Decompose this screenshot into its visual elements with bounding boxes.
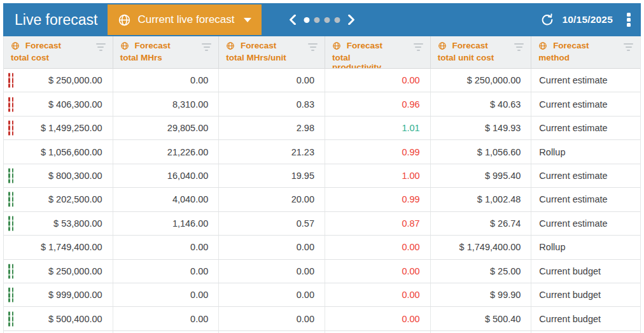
cell-value: 1.00 — [402, 171, 419, 181]
row-status-indicator-green — [8, 264, 13, 278]
cell-value: 0.00 — [190, 242, 208, 252]
cell-total_mhrs: 4,040.00 — [113, 188, 220, 211]
table-row[interactable]: $ 202,500.004,040.0020.000.99$ 1,002.48C… — [4, 188, 640, 211]
cell-value: Current estimate — [539, 123, 607, 133]
column-header[interactable]: Forecast total MHrs — [113, 36, 220, 68]
cell-total_mhrs_unit: 0.00 — [219, 260, 325, 283]
cell-total_unit_cost: $ 995.40 — [431, 164, 532, 187]
table-row[interactable]: $ 250,000.000.000.000.00$ 250,000.00Curr… — [4, 69, 640, 92]
forecast-selector-dropdown[interactable]: Current live forecast — [108, 4, 261, 35]
cell-value: $ 250,000.00 — [48, 266, 102, 276]
pager-dot[interactable] — [325, 17, 330, 23]
cell-total_cost: $ 202,500.00 — [4, 188, 113, 211]
column-header[interactable]: Forecast method — [531, 36, 640, 68]
cell-total_productivity: 1.00 — [325, 164, 431, 187]
filter-icon[interactable] — [307, 42, 319, 52]
cell-value: 0.00 — [297, 75, 314, 85]
cell-value: 0.00 — [297, 266, 314, 276]
table-header-row: Forecast total cost Forecast total MHrs … — [4, 36, 640, 69]
column-header-label: Forecast method — [538, 41, 603, 62]
pager-next-button[interactable] — [346, 13, 357, 26]
cell-value: 29,805.00 — [167, 123, 209, 133]
column-header-label: Forecast total MHrs/unit — [226, 41, 291, 62]
filter-icon[interactable] — [622, 42, 634, 52]
cell-value: $ 500.40 — [485, 314, 521, 324]
cell-total_unit_cost: $ 1,002.48 — [431, 188, 532, 211]
cell-value: $ 202,500.00 — [48, 194, 102, 204]
cell-total_unit_cost: $ 250,000.00 — [431, 69, 532, 92]
refresh-icon[interactable] — [540, 13, 554, 27]
table-row[interactable]: $ 406,300.008,310.000.830.96$ 40.63Curre… — [4, 92, 640, 116]
cell-value: $ 1,056,600.00 — [41, 147, 102, 157]
cell-total_unit_cost: $ 1,056.60 — [431, 140, 532, 163]
pager-prev-button[interactable] — [288, 13, 298, 26]
cell-method: Current estimate — [531, 69, 640, 92]
cell-total_mhrs: 0.00 — [113, 69, 220, 92]
forecast-date: 10/15/2025 — [562, 14, 613, 25]
pager-dot[interactable] — [314, 17, 320, 23]
table-row[interactable]: $ 53,800.001,146.000.570.87$ 26.74Curren… — [4, 212, 640, 236]
cell-value: $ 53,800.00 — [53, 218, 102, 229]
cell-total_productivity: 0.87 — [325, 212, 431, 235]
filter-icon[interactable] — [95, 42, 107, 52]
table-row[interactable]: $ 1,749,400.000.000.000.00$ 1,749,400.00… — [4, 236, 640, 259]
cell-value: $ 25.00 — [490, 266, 521, 276]
row-status-indicator-red — [8, 73, 13, 88]
live-forecast-widget: Live forecast Current live forecast — [3, 3, 641, 333]
pager-dot[interactable] — [335, 17, 340, 23]
table-row[interactable]: $ 250,000.000.000.000.00$ 25.00Current b… — [4, 260, 640, 283]
cell-value: Current estimate — [539, 99, 607, 110]
filter-icon[interactable] — [513, 42, 525, 52]
cell-value: 20.00 — [291, 194, 314, 204]
row-status-indicator-green — [8, 168, 13, 183]
top-bar: Live forecast Current live forecast — [3, 3, 641, 36]
chevron-down-icon — [244, 18, 251, 22]
table-row[interactable]: $ 999,000.000.000.000.00$ 99.90Current b… — [4, 283, 640, 307]
cell-value: Current budget — [539, 290, 601, 300]
globe-icon — [118, 13, 131, 27]
cell-value: Rollup — [539, 147, 565, 157]
pager-dot[interactable] — [304, 17, 310, 23]
cell-total_mhrs_unit: 0.00 — [219, 69, 325, 92]
cell-total_cost: $ 1,499,250.00 — [4, 117, 113, 139]
cell-value: 0.00 — [190, 75, 208, 85]
cell-total_mhrs: 0.00 — [113, 307, 220, 330]
forecast-table: Forecast total cost Forecast total MHrs … — [3, 36, 641, 333]
cell-total_mhrs_unit: 0.00 — [219, 236, 325, 259]
cell-total_mhrs: 21,226.00 — [113, 140, 220, 163]
cell-total_mhrs: 0.00 — [113, 236, 220, 259]
view-pager — [288, 3, 357, 36]
cell-total_mhrs_unit: 19.95 — [219, 164, 325, 187]
cell-total_productivity: 0.00 — [325, 260, 431, 283]
cell-total_mhrs_unit: 20.00 — [219, 188, 325, 211]
column-header-label: Forecast total unit cost — [438, 41, 503, 62]
cell-value: 0.57 — [297, 218, 314, 229]
column-header[interactable]: Forecast total unit cost — [431, 36, 532, 68]
cell-value: 0.00 — [402, 290, 419, 300]
cell-value: 8,310.00 — [172, 99, 208, 110]
cell-value: 19.95 — [291, 171, 314, 181]
table-row[interactable]: $ 1,056,600.0021,226.0021.230.99$ 1,056.… — [4, 140, 640, 164]
cell-total_cost: $ 406,300.00 — [4, 92, 113, 115]
table-row[interactable]: $ 1,499,250.0029,805.002.981.01$ 149.93C… — [4, 117, 640, 140]
filter-icon[interactable] — [412, 42, 424, 52]
column-header[interactable]: Forecast total cost — [4, 36, 113, 68]
filter-icon[interactable] — [200, 42, 213, 52]
cell-value: $ 800,300.00 — [48, 171, 102, 181]
cell-method: Current estimate — [531, 92, 640, 115]
cell-value: Current budget — [539, 314, 601, 324]
cell-value: 0.00 — [297, 242, 314, 252]
column-header[interactable]: Forecast total MHrs/unit — [219, 36, 325, 68]
cell-method: Rollup — [531, 236, 640, 259]
cell-method: Current estimate — [531, 117, 640, 139]
cell-total_mhrs: 8,310.00 — [113, 92, 220, 115]
table-row[interactable]: $ 500,400.000.000.000.00$ 500.40Current … — [4, 307, 640, 330]
kebab-menu-icon[interactable] — [624, 11, 633, 29]
column-header[interactable]: Forecast total productivity — [325, 36, 431, 68]
cell-value: Current estimate — [539, 218, 607, 229]
table-body: $ 250,000.000.000.000.00$ 250,000.00Curr… — [4, 69, 640, 333]
cell-value: 0.83 — [297, 99, 314, 110]
cell-value: 0.00 — [297, 290, 314, 300]
cell-value: 16,040.00 — [167, 171, 209, 181]
table-row[interactable]: $ 800,300.0016,040.0019.951.00$ 995.40Cu… — [4, 164, 640, 188]
